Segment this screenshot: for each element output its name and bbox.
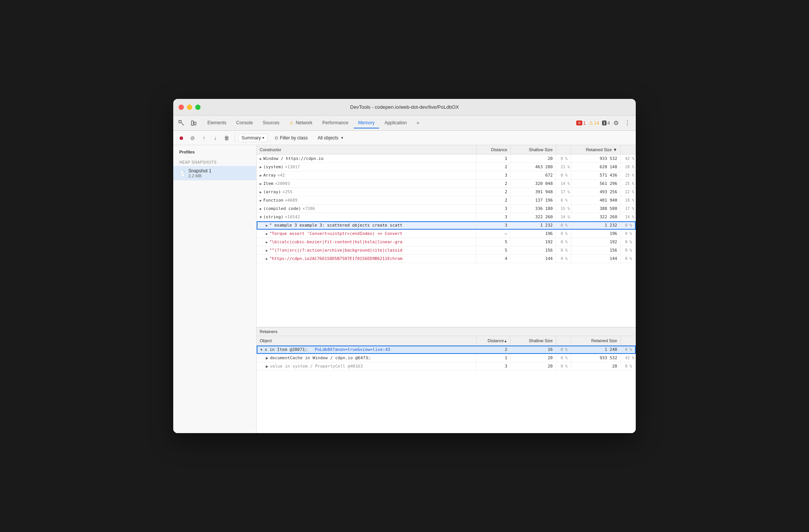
expand-icon xyxy=(260,198,262,202)
expand-icon xyxy=(260,207,262,211)
shallow-pct-cell: 0 % xyxy=(556,155,571,163)
expand-icon xyxy=(266,248,268,252)
table-row[interactable]: Item×20003 2 320 048 14 % 561 296 25 % xyxy=(257,180,636,188)
tab-performance[interactable]: Performance xyxy=(318,118,353,128)
collect-button[interactable]: 🗑 xyxy=(222,133,232,143)
retainers-section: Retainers Object Distance▲ Shallow Size … xyxy=(257,327,636,433)
window-controls xyxy=(179,105,201,110)
heap-table[interactable]: Constructor Distance Shallow Size Retain… xyxy=(257,145,636,327)
warning-badge[interactable]: ⚠ 14 xyxy=(589,120,599,126)
tab-application[interactable]: Application xyxy=(380,118,411,128)
th-distance: Distance xyxy=(477,145,511,154)
expand-icon xyxy=(266,257,268,261)
nav-icons-group xyxy=(176,118,199,128)
content-area: Constructor Distance Shallow Size Retain… xyxy=(257,145,636,433)
ret-th-shallow-pct xyxy=(556,336,571,345)
expand-icon xyxy=(266,232,268,236)
ret-th-distance: Distance▲ xyxy=(477,336,511,345)
ret-th-retained: Retained Size xyxy=(571,336,621,345)
device-icon[interactable] xyxy=(188,118,199,128)
table-row[interactable]: Array×42 3 672 0 % 571 436 25 % xyxy=(257,171,636,180)
retainer-link[interactable]: PoLdb0X?anon=true&view=live:43 xyxy=(315,347,390,352)
retainer-row[interactable]: value in system / PropertyCell @40163 3 … xyxy=(257,362,636,371)
tab-sources[interactable]: Sources xyxy=(258,118,284,128)
window-title: DevTools - codepen.io/web-dot-dev/live/P… xyxy=(350,104,459,110)
snapshot-info: Snapshot 1 2.2 MB xyxy=(188,168,212,178)
main-area: Profiles HEAP SNAPSHOTS 📄 Snapshot 1 2.2… xyxy=(173,145,636,433)
clear-button[interactable]: ⊘ xyxy=(188,133,198,143)
record-button[interactable]: ⏺ xyxy=(176,133,186,143)
table-row[interactable]: (string)×16542 3 322 260 14 % 322 260 14… xyxy=(257,213,636,221)
maximize-button[interactable] xyxy=(195,105,201,110)
snapshot-icon: 📄 xyxy=(179,171,185,176)
expand-icon xyxy=(260,173,262,177)
snapshot-item[interactable]: 📄 Snapshot 1 2.2 MB xyxy=(173,166,256,180)
tab-elements[interactable]: Elements xyxy=(203,118,231,128)
svg-rect-3 xyxy=(194,122,196,125)
memory-toolbar: ⏺ ⊘ ↑ ↓ 🗑 Summary ▾ ⊙ Filter by class Al… xyxy=(173,131,636,145)
retainers-header: Retainers Object Distance▲ Shallow Size … xyxy=(257,327,636,346)
retained-cell: 933 532 xyxy=(571,155,621,163)
table-row[interactable]: (system)×13817 2 463 280 21 % 620 148 28… xyxy=(257,163,636,171)
retainer-row[interactable]: documentCache in Window / cdpn.io @6473 … xyxy=(257,354,636,362)
constructor-cell: Window / https://cdpn.io xyxy=(257,155,477,163)
th-constructor: Constructor xyxy=(257,145,477,154)
devtools-window: DevTools - codepen.io/web-dot-dev/live/P… xyxy=(173,99,636,433)
table-row[interactable]: "^(?!on|src|(?:action|archive|background… xyxy=(257,246,636,255)
table-row[interactable]: Function×4689 2 137 196 6 % 401 940 18 % xyxy=(257,196,636,205)
svg-rect-0 xyxy=(179,120,181,123)
expand-icon xyxy=(260,156,262,161)
table-header: Constructor Distance Shallow Size Retain… xyxy=(257,145,636,155)
record-controls: ⏺ ⊘ ↑ ↓ 🗑 xyxy=(176,133,235,143)
table-row[interactable]: Window / https://cdpn.io 1 20 0 % 933 53… xyxy=(257,155,636,163)
devtools-navbar: Elements Console Sources ⚠ Network Perfo… xyxy=(173,116,636,131)
th-shallow-pct xyxy=(556,145,571,154)
chevron-down-icon: ▾ xyxy=(262,136,264,140)
upload-button[interactable]: ↑ xyxy=(199,133,209,143)
svg-rect-2 xyxy=(191,121,193,125)
minimize-button[interactable] xyxy=(187,105,192,110)
ret-th-object: Object xyxy=(257,336,477,345)
error-badge[interactable]: ✕ 1 xyxy=(576,120,586,126)
heap-snapshots-label: HEAP SNAPSHOTS xyxy=(173,157,256,166)
inspect-icon[interactable] xyxy=(176,118,187,128)
settings-icon[interactable]: ⚙ xyxy=(611,118,621,128)
table-row[interactable]: "https://cdpn.io2AC766158D5B7507E170156E… xyxy=(257,255,636,263)
table-row[interactable]: (compiled code)×7386 3 336 180 15 % 388 … xyxy=(257,205,636,213)
sidebar: Profiles HEAP SNAPSHOTS 📄 Snapshot 1 2.2… xyxy=(173,145,257,433)
ret-th-retained-pct xyxy=(621,336,636,345)
filter-by-class-button[interactable]: ⊙ Filter by class xyxy=(271,134,311,142)
download-button[interactable]: ↓ xyxy=(210,133,220,143)
info-badge[interactable]: ℹ 4 xyxy=(602,120,610,126)
more-options-icon[interactable]: ⋮ xyxy=(622,118,633,128)
tab-console[interactable]: Console xyxy=(232,118,257,128)
close-button[interactable] xyxy=(179,105,184,110)
table-row[interactable]: (array)×255 2 391 948 17 % 493 256 22 % xyxy=(257,188,636,196)
table-row[interactable]: "Torque assert 'Convert<uintptr>(endInde… xyxy=(257,230,636,238)
filter-icon: ⊙ xyxy=(274,135,278,141)
th-retained-size: Retained Size ▼ xyxy=(571,145,621,154)
tab-network[interactable]: ⚠ Network xyxy=(285,118,317,128)
retainer-row-selected[interactable]: x in Item @38071 □ PoLdb0X?anon=true&vie… xyxy=(257,346,636,354)
expand-icon xyxy=(266,356,268,360)
issue-badges: ✕ 1 ⚠ 14 ℹ 4 xyxy=(576,120,610,126)
expand-icon xyxy=(260,190,262,194)
th-shallow-size: Shallow Size xyxy=(511,145,556,154)
table-row[interactable]: "\b(calc|cubic-bezier|fit-content|hsl|hs… xyxy=(257,238,636,246)
constructor-cell: (system)×13817 xyxy=(257,163,477,171)
expand-icon xyxy=(266,364,268,368)
tab-memory[interactable]: Memory xyxy=(354,118,379,128)
table-row-selected[interactable]: " example 3 example 3: scattered objects… xyxy=(257,221,636,230)
ret-th-shallow: Shallow Size xyxy=(511,336,556,345)
retainers-table-header: Object Distance▲ Shallow Size Retained S… xyxy=(257,336,636,345)
expand-icon xyxy=(260,347,263,352)
summary-dropdown[interactable]: Summary ▾ xyxy=(238,134,268,142)
expand-icon xyxy=(260,215,262,219)
tab-more[interactable]: » xyxy=(412,118,424,128)
title-bar: DevTools - codepen.io/web-dot-dev/live/P… xyxy=(173,99,636,116)
profiles-title: Profiles xyxy=(173,150,256,157)
objects-dropdown[interactable]: All objects ▾ xyxy=(315,134,346,142)
retainers-title: Retainers xyxy=(257,327,636,336)
expand-icon xyxy=(260,182,262,186)
chevron-down-icon-2: ▾ xyxy=(341,136,343,140)
